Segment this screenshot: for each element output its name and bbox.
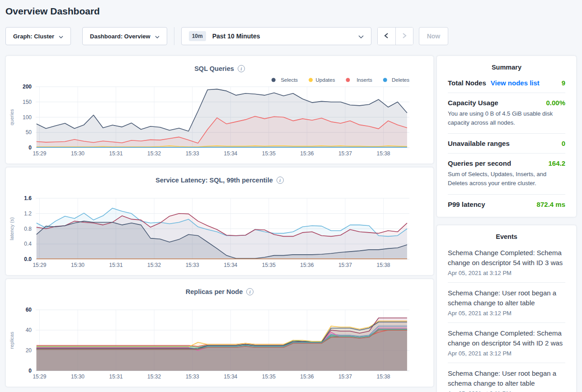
summary-title: Summary — [448, 56, 565, 73]
chevron-down-icon — [358, 32, 364, 40]
controls-divider — [174, 27, 174, 45]
x-tick-label: 15:34 — [224, 150, 237, 157]
sidebar: Summary Total NodesView nodes list9Capac… — [436, 56, 577, 392]
y-tick-label: 0.8 — [24, 226, 32, 232]
legend-swatch — [383, 78, 387, 82]
info-icon[interactable]: i — [277, 177, 284, 184]
controls-bar: Graph: Cluster Dashboard: Overview 10m P… — [5, 27, 582, 45]
graph-dropdown[interactable]: Graph: Cluster — [5, 27, 71, 45]
y-tick-label: 0 — [28, 368, 32, 374]
x-tick-label: 15:33 — [186, 373, 199, 380]
next-time-button[interactable] — [395, 28, 413, 45]
x-tick-label: 15:37 — [338, 373, 352, 380]
series-line-Deletes — [37, 147, 407, 148]
x-tick-label: 15:31 — [109, 373, 123, 380]
x-tick-label: 15:29 — [33, 150, 46, 157]
y-tick-label: 50 — [26, 129, 32, 135]
x-tick-label: 15:37 — [338, 262, 352, 268]
y-tick-label: 0.4 — [24, 241, 32, 247]
now-button[interactable]: Now — [419, 27, 449, 45]
y-tick-label: 60 — [26, 307, 32, 313]
time-range-selector[interactable]: 10m Past 10 Minutes — [181, 27, 371, 45]
x-tick-label: 15:37 — [338, 150, 352, 157]
x-tick-label: 15:32 — [147, 373, 161, 380]
summary-label: Queries per second — [448, 159, 511, 167]
event-text: Schema Change: User root began a schema … — [448, 369, 565, 389]
sql-queries-chart[interactable]: 05010015020015:2915:3015:3115:3215:3315:… — [6, 74, 433, 164]
event-timestamp: Apr 05, 2021 at 3:12 PM — [448, 310, 565, 317]
summary-row-capacity-usage: Capacity Usage0.00%You are using 0 B of … — [448, 93, 565, 133]
dashboard-dropdown-label: Dashboard: Overview — [90, 33, 150, 40]
x-tick-label: 15:32 — [147, 150, 161, 157]
event-item: Schema Change Completed: Schema change o… — [448, 243, 565, 282]
y-tick-label: 0.0 — [24, 256, 32, 262]
x-tick-label: 15:34 — [224, 373, 237, 380]
replicas-per-node-panel: Replicas per Node i 020406015:2915:3015:… — [5, 279, 434, 387]
event-item: Schema Change: User root began a schema … — [448, 363, 565, 392]
x-tick-label: 15:35 — [262, 373, 276, 380]
summary-value: 164.2 — [548, 159, 565, 167]
summary-panel: Summary Total NodesView nodes list9Capac… — [436, 56, 577, 217]
chart-svg: 0.00.40.81.21.615:2915:3015:3115:3215:33… — [6, 186, 433, 276]
info-icon[interactable]: i — [246, 288, 253, 295]
y-tick-label: 0 — [28, 145, 32, 151]
legend-swatch — [346, 78, 350, 82]
x-tick-label: 15:29 — [33, 373, 46, 380]
y-axis-label: replicas — [9, 331, 14, 349]
event-text: Schema Change Completed: Schema change o… — [448, 248, 565, 268]
replicas-per-node-chart[interactable]: 020406015:2915:3015:3115:3215:3315:3415:… — [6, 297, 433, 387]
x-tick-label: 15:35 — [262, 150, 276, 157]
service-latency-chart[interactable]: 0.00.40.81.21.615:2915:3015:3115:3215:33… — [6, 186, 433, 276]
dashboard-dropdown[interactable]: Dashboard: Overview — [82, 27, 167, 45]
summary-value: 0.00% — [546, 99, 565, 107]
x-tick-label: 15:38 — [376, 373, 390, 380]
legend-label: Selects — [281, 77, 298, 83]
summary-value: 872.4 ms — [537, 201, 565, 208]
event-timestamp: Apr 05, 2021 at 3:11 PM — [448, 390, 565, 392]
time-range-badge: 10m — [189, 31, 206, 41]
replicas-per-node-title: Replicas per Node — [186, 288, 243, 295]
summary-rows: Total NodesView nodes list9Capacity Usag… — [448, 73, 565, 214]
x-tick-label: 15:30 — [71, 373, 84, 380]
event-timestamp: Apr 05, 2021 at 3:12 PM — [448, 350, 565, 357]
x-tick-label: 15:30 — [71, 262, 84, 268]
chevron-right-icon — [402, 33, 407, 40]
x-tick-label: 15:31 — [109, 150, 123, 157]
legend-label: Deletes — [392, 77, 409, 83]
x-tick-label: 15:32 — [147, 262, 161, 268]
event-timestamp: Apr 05, 2021 at 3:12 PM — [448, 270, 565, 276]
summary-value: 0 — [562, 140, 565, 147]
x-tick-label: 15:30 — [71, 150, 84, 157]
x-tick-label: 15:36 — [300, 262, 314, 268]
summary-label: Total Nodes — [448, 79, 486, 87]
events-list: Schema Change Completed: Schema change o… — [448, 243, 565, 392]
event-item: Schema Change Completed: Schema change o… — [448, 323, 565, 363]
summary-row-p99-latency: P99 latency872.4 ms — [448, 195, 565, 214]
page-header: Overview Dashboard — [0, 0, 582, 17]
x-tick-label: 15:29 — [33, 262, 46, 268]
x-tick-label: 15:36 — [300, 150, 314, 157]
time-range-label: Past 10 Minutes — [212, 33, 260, 40]
sql-queries-panel: SQL Queries i 05010015020015:2915:3015:3… — [5, 56, 434, 164]
x-tick-label: 15:33 — [186, 262, 199, 268]
chevron-down-icon — [155, 33, 160, 40]
x-tick-label: 15:38 — [376, 262, 390, 268]
info-icon[interactable]: i — [238, 65, 245, 72]
summary-desc: Sum of Selects, Updates, Inserts, and De… — [448, 170, 565, 188]
x-tick-label: 15:35 — [262, 262, 276, 268]
view-nodes-link[interactable]: View nodes list — [491, 79, 540, 87]
summary-label: Unavailable ranges — [448, 140, 510, 147]
summary-row-total-nodes: Total NodesView nodes list9 — [448, 73, 565, 93]
y-tick-label: 1.2 — [24, 210, 32, 217]
y-tick-label: 40 — [26, 327, 32, 333]
prev-time-button[interactable] — [378, 28, 395, 45]
y-tick-label: 100 — [23, 114, 32, 121]
summary-row-queries-per-second: Queries per second164.2Sum of Selects, U… — [448, 154, 565, 194]
x-tick-label: 15:31 — [109, 262, 123, 268]
chart-svg: 05010015020015:2915:3015:3115:3215:3315:… — [6, 74, 433, 164]
y-axis-label: latency (s) — [9, 217, 14, 240]
main-content: SQL Queries i 05010015020015:2915:3015:3… — [0, 56, 582, 392]
chevron-down-icon — [59, 33, 63, 40]
charts-column: SQL Queries i 05010015020015:2915:3015:3… — [5, 56, 434, 390]
legend-label: Updates — [316, 77, 335, 83]
